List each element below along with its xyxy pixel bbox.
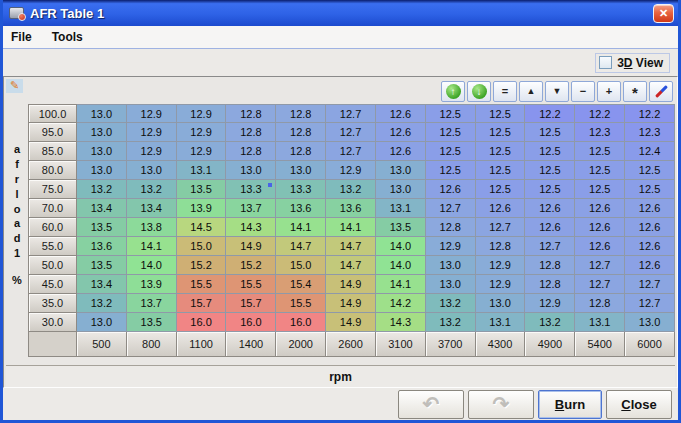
- table-cell[interactable]: 13.4: [77, 199, 127, 218]
- column-header[interactable]: 3100: [376, 331, 426, 357]
- row-header[interactable]: 75.0: [29, 179, 77, 199]
- table-cell[interactable]: 13.5: [376, 218, 426, 237]
- table-cell[interactable]: 13.0: [77, 161, 127, 180]
- table-cell[interactable]: 13.1: [177, 161, 227, 180]
- table-cell[interactable]: 15.5: [177, 275, 227, 294]
- row-header[interactable]: 95.0: [29, 122, 77, 142]
- table-cell[interactable]: 13.6: [77, 237, 127, 256]
- table-cell[interactable]: 12.8: [226, 104, 276, 123]
- table-cell[interactable]: 13.6: [276, 199, 326, 218]
- undo-button[interactable]: ↶: [398, 390, 464, 419]
- column-header[interactable]: 2600: [326, 331, 376, 357]
- table-cell[interactable]: 12.9: [525, 294, 575, 313]
- table-cell[interactable]: 12.5: [426, 123, 476, 142]
- table-cell[interactable]: 12.7: [476, 218, 526, 237]
- table-cell[interactable]: 12.6: [625, 199, 675, 218]
- table-cell[interactable]: 12.5: [476, 142, 526, 161]
- table-cell[interactable]: 12.8: [276, 104, 326, 123]
- table-cell[interactable]: 12.9: [127, 104, 177, 123]
- table-cell[interactable]: 13.0: [226, 161, 276, 180]
- table-cell[interactable]: 13.0: [476, 294, 526, 313]
- table-cell[interactable]: 14.2: [376, 294, 426, 313]
- table-cell[interactable]: 13.9: [127, 275, 177, 294]
- table-cell[interactable]: 14.7: [326, 256, 376, 275]
- table-cell[interactable]: 12.5: [476, 123, 526, 142]
- table-cell[interactable]: 15.5: [276, 294, 326, 313]
- table-cell[interactable]: 12.6: [575, 237, 625, 256]
- table-cell[interactable]: 13.8: [127, 218, 177, 237]
- table-cell[interactable]: 12.5: [575, 142, 625, 161]
- table-cell[interactable]: 13.3: [226, 180, 276, 199]
- row-header[interactable]: 85.0: [29, 141, 77, 161]
- table-cell[interactable]: 12.6: [376, 123, 426, 142]
- table-cell[interactable]: 14.0: [127, 256, 177, 275]
- row-header[interactable]: 35.0: [29, 293, 77, 313]
- 3d-view-toggle[interactable]: 3D View: [595, 53, 670, 73]
- table-cell[interactable]: 12.9: [127, 142, 177, 161]
- table-cell[interactable]: 13.0: [276, 161, 326, 180]
- column-header[interactable]: 3700: [426, 331, 476, 357]
- table-cell[interactable]: 13.0: [625, 313, 675, 332]
- column-header[interactable]: 5400: [575, 331, 625, 357]
- table-cell[interactable]: 15.7: [226, 294, 276, 313]
- table-cell[interactable]: 12.5: [426, 161, 476, 180]
- table-cell[interactable]: 12.7: [575, 256, 625, 275]
- table-cell[interactable]: 13.7: [226, 199, 276, 218]
- table-cell[interactable]: 12.8: [575, 294, 625, 313]
- decrement-button[interactable]: ▼: [545, 81, 569, 102]
- table-cell[interactable]: 12.7: [326, 104, 376, 123]
- table-cell[interactable]: 13.0: [426, 275, 476, 294]
- table-cell[interactable]: 12.7: [625, 275, 675, 294]
- table-cell[interactable]: 12.7: [525, 237, 575, 256]
- column-header[interactable]: 500: [77, 331, 127, 357]
- table-cell[interactable]: 13.2: [426, 313, 476, 332]
- table-cell[interactable]: 12.6: [476, 199, 526, 218]
- table-cell[interactable]: 12.5: [476, 180, 526, 199]
- table-cell[interactable]: 12.6: [575, 218, 625, 237]
- table-cell[interactable]: 13.0: [77, 142, 127, 161]
- table-cell[interactable]: 12.7: [575, 275, 625, 294]
- table-cell[interactable]: 13.2: [326, 180, 376, 199]
- table-cell[interactable]: 12.9: [177, 142, 227, 161]
- table-cell[interactable]: 14.7: [276, 237, 326, 256]
- row-header[interactable]: 100.0: [29, 104, 77, 123]
- table-cell[interactable]: 15.0: [276, 256, 326, 275]
- menu-tools[interactable]: Tools: [52, 30, 83, 44]
- table-cell[interactable]: 14.9: [326, 275, 376, 294]
- column-header[interactable]: 1100: [177, 331, 227, 357]
- column-header[interactable]: 2000: [276, 331, 326, 357]
- table-cell[interactable]: 12.6: [625, 237, 675, 256]
- column-header[interactable]: 1400: [226, 331, 276, 357]
- subtract-button[interactable]: −: [571, 81, 595, 102]
- increment-button[interactable]: ▲: [519, 81, 543, 102]
- table-cell[interactable]: 12.9: [326, 161, 376, 180]
- burn-button[interactable]: Burn: [538, 390, 602, 419]
- table-cell[interactable]: 12.5: [575, 161, 625, 180]
- table-cell[interactable]: 13.0: [376, 161, 426, 180]
- table-cell[interactable]: 14.3: [226, 218, 276, 237]
- table-cell[interactable]: 12.8: [276, 142, 326, 161]
- table-cell[interactable]: 13.0: [426, 256, 476, 275]
- table-cell[interactable]: 13.5: [177, 180, 227, 199]
- row-header[interactable]: 45.0: [29, 274, 77, 294]
- table-cell[interactable]: 13.2: [127, 180, 177, 199]
- table-cell[interactable]: 12.6: [575, 199, 625, 218]
- table-cell[interactable]: 12.9: [476, 256, 526, 275]
- table-cell[interactable]: 12.5: [625, 161, 675, 180]
- table-cell[interactable]: 12.9: [177, 104, 227, 123]
- table-cell[interactable]: 12.8: [226, 123, 276, 142]
- table-cell[interactable]: 12.2: [525, 104, 575, 123]
- table-cell[interactable]: 13.0: [77, 313, 127, 332]
- table-cell[interactable]: 12.8: [276, 123, 326, 142]
- table-cell[interactable]: 13.2: [77, 180, 127, 199]
- table-cell[interactable]: 13.9: [177, 199, 227, 218]
- table-cell[interactable]: 12.3: [575, 123, 625, 142]
- table-cell[interactable]: 12.6: [426, 180, 476, 199]
- table-cell[interactable]: 12.6: [525, 218, 575, 237]
- table-cell[interactable]: 12.3: [625, 123, 675, 142]
- table-cell[interactable]: 12.6: [625, 256, 675, 275]
- table-cell[interactable]: 12.5: [625, 180, 675, 199]
- table-cell[interactable]: 15.7: [177, 294, 227, 313]
- table-cell[interactable]: 12.9: [177, 123, 227, 142]
- interpolate-button[interactable]: [649, 81, 673, 102]
